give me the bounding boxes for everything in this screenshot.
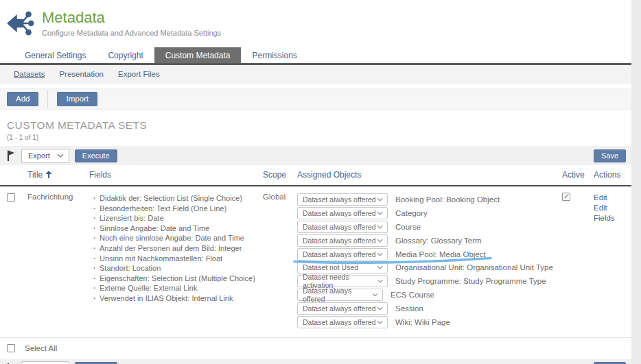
section-header: CUSTOM METADATA SETS (1 - 1 of 1) [0,110,631,141]
command-bar: Add Import [0,88,631,110]
field-item: Verwendet in ILIAS Objekt: Internal Link [93,293,263,304]
chevron-down-icon [377,239,383,243]
import-button[interactable]: Import [57,92,97,106]
assigned-object-label: Wiki: Wiki Page [395,318,450,326]
column-header-scope: Scope [263,170,297,180]
chevron-down-icon [377,279,383,283]
column-header-title[interactable]: Title [27,170,52,180]
assignment-select[interactable]: Dataset always offered [297,302,388,315]
tab-permissions[interactable]: Permissions [241,47,307,63]
command-divider [47,90,48,108]
add-button[interactable]: Add [7,92,38,106]
assigned-object-row: Dataset always offered ECS Course [297,288,562,302]
assigned-object-label: Category [395,209,428,217]
subtab-presentation[interactable]: Presentation [59,70,104,78]
assignment-select[interactable]: Dataset not Used [297,261,388,274]
main-tabbar: General Settings Copyright Custom Metada… [0,47,631,65]
apply-to-selection-up-icon [6,149,16,162]
export-select-value: Export [28,151,50,160]
chevron-down-icon [372,293,378,297]
chevron-down-icon [377,211,383,215]
tab-copyright[interactable]: Copyright [97,47,154,63]
assigned-object-row: Dataset always offered Glossary: Glossar… [297,234,562,247]
assigned-object-label: Media Pool: Media Object [395,250,486,258]
column-header-fields: Fields [89,170,263,180]
save-button-top[interactable]: Save [594,149,626,162]
field-item: Lizensiert bis: Date [93,213,263,223]
assigned-object-row: Dataset always offered Course [297,220,562,234]
active-checkbox[interactable] [562,193,570,201]
field-item: Eigenschaften: Selection List (Multiple … [93,274,263,284]
chevron-down-icon [377,306,383,311]
column-header-assigned-objects: Assigned Objects [297,170,562,180]
field-item: Didaktik der: Selection List (Single Cho… [93,193,263,204]
assigned-object-row: Dataset always offered Booking Pool: Boo… [297,193,562,206]
assigned-object-label: Session [395,304,423,313]
subtab-datasets[interactable]: Datasets [14,70,45,78]
chevron-down-icon [377,252,383,256]
row-scope: Global [263,193,297,201]
page-subtitle: Configure Metadata and Advanced Metadata… [42,29,221,37]
assignment-select[interactable]: Dataset always offered [297,221,388,233]
assignment-select[interactable]: Dataset always offered [297,234,388,247]
sub-tabbar: Datasets Presentation Export Files [0,65,631,84]
chevron-down-icon [377,197,383,202]
execute-button-top[interactable]: Execute [75,149,117,162]
table-toolbar-bottom: Export Execute Save [0,359,631,364]
section-title: CUSTOM METADATA SETS [7,119,625,132]
assigned-object-row: Dataset always offered Wiki: Wiki Page [297,315,562,329]
assignment-select[interactable]: Dataset needs activation [297,275,388,287]
assigned-object-row-highlighted: Dataset always offered Media Pool: Media… [297,247,562,261]
page-header: Metadata Configure Metadata and Advanced… [0,0,631,40]
assignment-select[interactable]: Dataset always offered [297,193,388,206]
chevron-down-icon [377,225,383,229]
field-item: Externe Quelle: External Link [93,283,263,293]
assignment-select[interactable]: Dataset always offered [297,316,388,328]
subtab-export-files[interactable]: Export Files [118,70,160,78]
assignment-select[interactable]: Dataset always offered [297,289,383,301]
edit-fields-link[interactable]: Edit Fields [594,203,625,223]
assigned-objects-column: Dataset always offered Booking Pool: Boo… [297,193,562,329]
field-item: Standort: Location [93,263,263,274]
result-count: (1 - 1 of 1) [7,134,625,141]
field-item: Besonderheiten: Text Field (One Line) [93,204,263,214]
assigned-object-label: ECS Course [391,291,434,299]
assigned-object-label: Organisational Unit: Organisational Unit… [395,263,553,271]
field-item: Noch eine sinnlose Angabe: Date and Time [93,233,263,243]
field-item: Sinnlose Angabe: Date and Time [93,223,263,234]
assigned-object-row: Dataset always offered Category [297,206,562,220]
edit-link[interactable]: Edit [594,193,625,203]
table-row: Fachrichtung Didaktik der: Selection Lis… [0,186,631,338]
select-all-label: Select All [25,344,57,352]
table-header-row: Title Fields Scope Assigned Objects Acti… [0,165,631,186]
page-title: Metadata [42,10,221,26]
chevron-down-icon [377,265,383,269]
chevron-down-icon [57,154,64,158]
assignment-select[interactable]: Dataset always offered [297,248,388,260]
assigned-object-label: Booking Pool: Booking Object [395,195,500,204]
table-toolbar-top: Export Execute Save [0,146,631,165]
row-select-checkbox[interactable] [7,193,15,202]
export-select[interactable]: Export [21,149,69,163]
field-item: Unsinn mit Nachkommastellen: Float [93,254,263,264]
column-header-actions: Actions [594,170,625,180]
assigned-object-label: Study Programme: Study Programme Type [395,277,546,285]
column-header-active: Active [562,170,594,180]
select-all-row: Select All [0,338,631,359]
assigned-object-label: Glossary: Glossary Term [395,236,482,245]
metadata-admin-page: Metadata Configure Metadata and Advanced… [0,0,631,364]
assigned-object-label: Course [395,223,421,231]
tab-general-settings[interactable]: General Settings [14,47,97,63]
metadata-share-icon [6,9,35,38]
row-title: Fachrichtung [27,193,89,201]
select-all-checkbox[interactable] [7,344,15,352]
chevron-down-icon [377,320,383,324]
tab-custom-metadata[interactable]: Custom Metadata [154,47,242,63]
assignment-select[interactable]: Dataset always offered [297,207,388,219]
export-select-bottom[interactable]: Export [21,361,69,364]
sort-ascending-icon [45,171,52,179]
fields-list: Didaktik der: Selection List (Single Cho… [89,193,263,304]
field-item: Anzahl der Personen auf dem Bild: Intege… [93,243,263,254]
assigned-object-row: Dataset always offered Session [297,302,562,315]
